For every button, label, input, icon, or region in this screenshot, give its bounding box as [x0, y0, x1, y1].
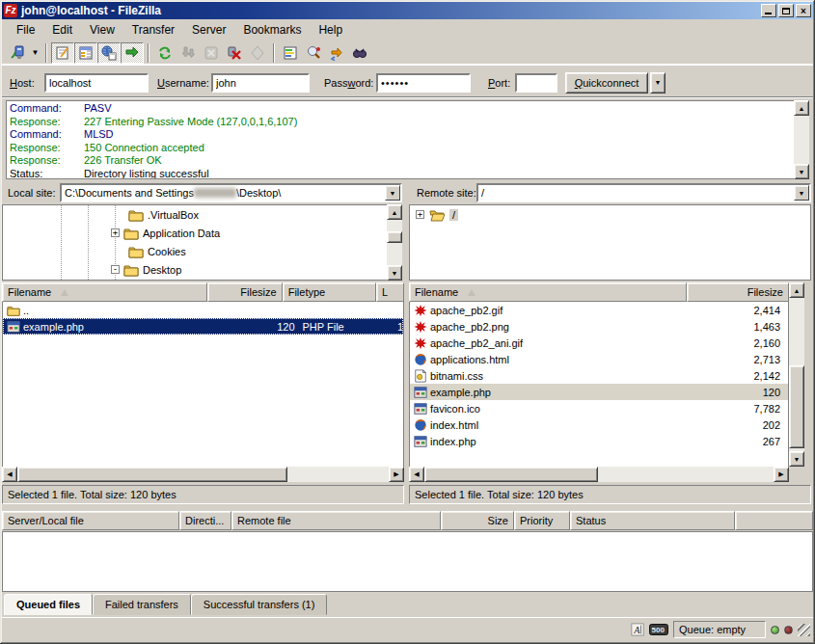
- scrollbar-thumb[interactable]: [789, 365, 804, 448]
- menu-server[interactable]: Server: [183, 21, 234, 39]
- menu-edit[interactable]: Edit: [43, 21, 81, 39]
- menu-transfer[interactable]: Transfer: [123, 21, 183, 39]
- expand-plus-icon[interactable]: +: [416, 210, 424, 219]
- tree-item-cookies[interactable]: Cookies: [3, 242, 387, 260]
- tree-item-application-data[interactable]: + Application Data: [3, 224, 387, 242]
- scroll-up-icon[interactable]: ▲: [387, 204, 402, 220]
- scrollbar-thumb[interactable]: [387, 231, 402, 243]
- reconnect-button[interactable]: [246, 42, 269, 64]
- column-header-priority[interactable]: Priority: [514, 511, 570, 530]
- directory-comparison-button[interactable]: [302, 42, 325, 64]
- speed-limit-icon[interactable]: 500: [649, 624, 668, 635]
- html-file-icon: [414, 418, 427, 432]
- menu-view[interactable]: View: [81, 21, 123, 39]
- close-button[interactable]: ×: [796, 4, 811, 17]
- quickconnect-button[interactable]: Quickconnect: [565, 72, 648, 94]
- tree-item-root[interactable]: + /: [410, 205, 810, 224]
- toggle-message-log-button[interactable]: [51, 42, 74, 64]
- tree-item-label: Desktop: [143, 264, 181, 276]
- scroll-up-icon[interactable]: ▲: [789, 282, 804, 298]
- disconnect-button[interactable]: [223, 42, 246, 64]
- refresh-button[interactable]: [153, 42, 177, 64]
- list-item[interactable]: applications.html 2,713: [410, 351, 788, 367]
- scroll-left-icon[interactable]: ◀: [2, 467, 17, 482]
- column-header-filesize[interactable]: Filesize: [207, 282, 283, 302]
- synchronized-browsing-button[interactable]: [325, 42, 348, 64]
- column-header-filename[interactable]: Filename: [409, 282, 687, 302]
- title-bar[interactable]: Fz john@localhost - FileZilla ×: [2, 2, 813, 19]
- column-header-last-modified[interactable]: L: [376, 282, 404, 302]
- column-header-server-local-file[interactable]: Server/Local file: [2, 511, 179, 530]
- remote-list-hscrollbar[interactable]: ◀ ▶: [409, 467, 789, 482]
- maximize-button[interactable]: [778, 4, 794, 17]
- tab-failed-transfers[interactable]: Failed transfers: [93, 594, 191, 615]
- menu-bookmarks[interactable]: Bookmarks: [234, 21, 310, 39]
- local-tree-scrollbar[interactable]: ▲ ▼: [387, 204, 402, 281]
- tab-queued-files[interactable]: Queued files: [4, 594, 93, 615]
- username-input[interactable]: [211, 73, 310, 93]
- scroll-down-icon[interactable]: ▼: [794, 164, 809, 179]
- log-line-text: 150 Connection accepted: [84, 142, 204, 155]
- list-item[interactable]: apache_pb2.gif 2,414: [410, 302, 788, 318]
- menu-help[interactable]: Help: [310, 21, 351, 39]
- remote-site-combo-dropdown[interactable]: ▼: [794, 185, 809, 201]
- column-header-remote-file[interactable]: Remote file: [231, 511, 441, 530]
- filezilla-logo-icon: Fz: [4, 4, 17, 17]
- scroll-right-icon[interactable]: ▶: [774, 467, 789, 482]
- menu-file[interactable]: File: [8, 21, 43, 39]
- minimize-button[interactable]: [761, 4, 776, 17]
- toggle-transfer-queue-button[interactable]: [121, 42, 144, 64]
- scroll-down-icon[interactable]: ▼: [387, 265, 402, 281]
- site-manager-dropdown[interactable]: ▼: [29, 42, 41, 64]
- remote-list-vscrollbar[interactable]: ▲ ▼: [789, 282, 804, 467]
- message-log-icon: [55, 45, 70, 61]
- list-item[interactable]: apache_pb2_ani.gif 2,160: [410, 335, 788, 351]
- list-item[interactable]: index.php 267: [410, 433, 788, 449]
- list-item-selected[interactable]: example.php 120: [410, 384, 788, 400]
- resize-grip[interactable]: [798, 624, 810, 636]
- list-item[interactable]: apache_pb2.png 1,463: [410, 318, 788, 335]
- column-header-size[interactable]: Size: [441, 511, 514, 530]
- list-item[interactable]: index.html 202: [410, 416, 788, 433]
- process-queue-button[interactable]: [177, 42, 200, 64]
- local-site-combo[interactable]: C:\Documents and Settings\Desktop\ ▼: [60, 183, 402, 202]
- list-item-example-php[interactable]: example.php 120 PHP File 1: [3, 318, 403, 335]
- column-header-filesize[interactable]: Filesize: [687, 282, 789, 302]
- toggle-local-tree-button[interactable]: [74, 42, 97, 64]
- directory-listing-filters-button[interactable]: [279, 42, 302, 64]
- file-name: apache_pb2_ani.gif: [430, 337, 523, 349]
- column-header-filename[interactable]: Filename: [2, 282, 207, 302]
- cancel-operation-button[interactable]: [200, 42, 223, 64]
- list-item[interactable]: favicon.ico 7,782: [410, 400, 788, 416]
- scroll-down-icon[interactable]: ▼: [789, 451, 804, 467]
- scrollbar-thumb[interactable]: [17, 467, 287, 482]
- local-list-hscrollbar[interactable]: ◀ ▶: [2, 467, 404, 482]
- column-header-filetype[interactable]: Filetype: [283, 282, 376, 302]
- site-manager-button[interactable]: [6, 42, 29, 64]
- scroll-left-icon[interactable]: ◀: [409, 467, 424, 482]
- queue-body[interactable]: [2, 531, 813, 592]
- toggle-remote-tree-button[interactable]: [97, 42, 121, 64]
- scrollbar-thumb[interactable]: [424, 467, 598, 482]
- host-input[interactable]: [44, 73, 149, 93]
- expand-plus-icon[interactable]: +: [111, 228, 120, 237]
- quickconnect-dropdown[interactable]: ▼: [650, 72, 666, 94]
- list-item-parent-dir[interactable]: ..: [3, 302, 403, 318]
- find-files-button[interactable]: [348, 42, 371, 64]
- scroll-up-icon[interactable]: ▲: [794, 100, 809, 116]
- scroll-right-icon[interactable]: ▶: [389, 467, 404, 482]
- column-header-direction[interactable]: Directi...: [179, 511, 231, 530]
- remote-site-combo[interactable]: / ▼: [476, 183, 811, 202]
- local-site-combo-dropdown[interactable]: ▼: [385, 185, 400, 201]
- tab-successful-transfers[interactable]: Successful transfers (1): [191, 594, 328, 615]
- port-input[interactable]: [515, 73, 557, 93]
- column-header-status[interactable]: Status: [570, 511, 735, 530]
- data-type-icon[interactable]: A: [631, 623, 644, 636]
- list-item[interactable]: bitnami.css 2,142: [410, 367, 788, 384]
- collapse-minus-icon[interactable]: -: [111, 265, 120, 274]
- log-scrollbar[interactable]: ▲ ▼: [794, 100, 809, 179]
- tree-item-virtualbox[interactable]: .VirtualBox: [3, 205, 387, 224]
- password-input[interactable]: [376, 73, 471, 93]
- tree-item-desktop[interactable]: - Desktop: [3, 260, 387, 279]
- refresh-icon: [157, 45, 173, 61]
